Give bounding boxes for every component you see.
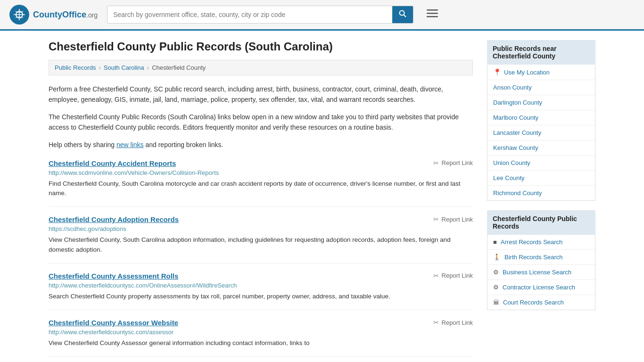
arrest-records-link[interactable]: Arrest Records Search xyxy=(501,239,563,246)
main-container: Chesterfield County Public Records (Sout… xyxy=(39,31,605,362)
record-url-adoption[interactable]: https://scdhec.gov/adoptions xyxy=(49,225,473,232)
breadcrumb-public-records[interactable]: Public Records xyxy=(55,64,96,71)
record-title-adoption[interactable]: Chesterfield County Adoption Records xyxy=(49,215,179,223)
record-url-accident[interactable]: http://www.scdmvonline.com/Vehicle-Owner… xyxy=(49,169,473,176)
darlington-county-link[interactable]: Darlington County xyxy=(493,99,542,106)
svg-line-5 xyxy=(404,15,406,17)
record-title-assessment[interactable]: Chesterfield County Assessment Rolls xyxy=(49,272,178,280)
breadcrumb: Public Records › South Carolina › Cheste… xyxy=(49,60,473,75)
union-county-link[interactable]: Union County xyxy=(493,159,530,166)
site-header: CountyOffice.org xyxy=(0,0,644,31)
svg-rect-7 xyxy=(427,13,438,14)
contractor-icon: ⚙ xyxy=(493,284,499,291)
report-link-adoption[interactable]: ✂ Report Link xyxy=(433,215,473,223)
list-item: Darlington County xyxy=(487,95,595,110)
public-records-list: ■ Arrest Records Search 🚶 Birth Records … xyxy=(487,235,595,310)
search-bar xyxy=(107,6,413,24)
public-records-header: Chesterfield County Public Records xyxy=(487,210,595,235)
logo-name: CountyOffice xyxy=(33,10,86,19)
logo-org: .org xyxy=(86,11,98,19)
record-header: Chesterfield County Accident Reports ✂ R… xyxy=(49,159,473,167)
anson-county-link[interactable]: Anson County xyxy=(493,84,532,91)
list-item: ⚙ Contractor License Search xyxy=(487,280,595,295)
list-item: Marlboro County xyxy=(487,110,595,125)
business-icon: ⚙ xyxy=(493,269,499,276)
list-item: Lee County xyxy=(487,171,595,186)
court-records-link[interactable]: Court Records Search xyxy=(503,299,564,306)
report-icon-assessor: ✂ xyxy=(433,319,439,326)
page-title: Chesterfield County Public Records (Sout… xyxy=(49,40,473,53)
nearby-list: 📍 Use My Location Anson County Darlingto… xyxy=(487,65,595,201)
record-header-assessor: Chesterfield County Assessor Website ✂ R… xyxy=(49,319,473,327)
list-item: Kershaw County xyxy=(487,140,595,156)
report-link-assessor[interactable]: ✂ Report Link xyxy=(433,319,473,326)
record-url-assessor[interactable]: http://www.chesterfieldcountysc.com/asse… xyxy=(49,329,473,336)
intro-paragraph-2: The Chesterfield County Public Records (… xyxy=(49,112,473,133)
record-title-accident[interactable]: Chesterfield County Accident Reports xyxy=(49,159,176,167)
logo-icon xyxy=(9,5,29,25)
record-entry-accident: Chesterfield County Accident Reports ✂ R… xyxy=(49,159,473,207)
business-license-link[interactable]: Business License Search xyxy=(503,269,571,276)
record-desc-accident: Find Chesterfield County, South Carolina… xyxy=(49,179,473,198)
lee-county-link[interactable]: Lee County xyxy=(493,174,525,181)
breadcrumb-current: Chesterfield County xyxy=(152,64,206,71)
logo-text: CountyOffice.org xyxy=(33,10,98,20)
list-item: Lancaster County xyxy=(487,125,595,140)
sidebar: Public Records near Chesterfield County … xyxy=(487,40,595,362)
record-title-assessor[interactable]: Chesterfield County Assessor Website xyxy=(49,319,178,327)
report-link-accident[interactable]: ✂ Report Link xyxy=(433,159,473,167)
marlboro-county-link[interactable]: Marlboro County xyxy=(493,114,538,121)
list-item: ⚙ Business License Search xyxy=(487,265,595,280)
use-location-link[interactable]: Use My Location xyxy=(504,69,550,76)
use-location-item[interactable]: 📍 Use My Location xyxy=(487,65,595,80)
record-desc-assessor: View Chesterfield County Assessor genera… xyxy=(49,338,473,348)
list-item: 🚶 Birth Records Search xyxy=(487,250,595,265)
richmond-county-link[interactable]: Richmond County xyxy=(493,189,542,197)
search-input[interactable] xyxy=(107,6,392,23)
arrest-icon: ■ xyxy=(493,239,497,246)
report-icon-assessment: ✂ xyxy=(433,272,439,280)
intro-paragraph-1: Perform a free Chesterfield County, SC p… xyxy=(49,84,473,105)
record-url-assessment[interactable]: http://www.chesterfieldcountysc.com/Onli… xyxy=(49,282,473,289)
pin-icon: 📍 xyxy=(493,68,501,76)
record-header-assessment: Chesterfield County Assessment Rolls ✂ R… xyxy=(49,272,473,280)
court-icon: 🏛 xyxy=(493,299,499,306)
list-item: Union County xyxy=(487,156,595,171)
record-entry-assessment: Chesterfield County Assessment Rolls ✂ R… xyxy=(49,272,473,310)
new-links-link[interactable]: new links xyxy=(116,141,144,148)
list-item: ■ Arrest Records Search xyxy=(487,235,595,250)
svg-rect-8 xyxy=(427,16,438,17)
logo[interactable]: CountyOffice.org xyxy=(9,5,98,25)
report-icon: ✂ xyxy=(433,159,439,167)
nearby-header: Public Records near Chesterfield County xyxy=(487,40,595,65)
svg-rect-6 xyxy=(427,9,438,11)
hamburger-menu-button[interactable] xyxy=(427,8,438,22)
nearby-section: Public Records near Chesterfield County … xyxy=(487,40,595,201)
report-link-assessment[interactable]: ✂ Report Link xyxy=(433,272,473,280)
content-area: Chesterfield County Public Records (Sout… xyxy=(49,40,473,362)
record-header-adoption: Chesterfield County Adoption Records ✂ R… xyxy=(49,215,473,223)
svg-point-4 xyxy=(400,11,405,16)
lancaster-county-link[interactable]: Lancaster County xyxy=(493,129,541,136)
report-icon-adoption: ✂ xyxy=(433,215,439,223)
birth-records-link[interactable]: Birth Records Search xyxy=(504,254,563,261)
record-entry-assessor: Chesterfield County Assessor Website ✂ R… xyxy=(49,319,473,357)
breadcrumb-south-carolina[interactable]: South Carolina xyxy=(104,64,144,71)
record-desc-assessment: Search Chesterfield County property asse… xyxy=(49,292,473,301)
public-records-section: Chesterfield County Public Records ■ Arr… xyxy=(487,210,595,310)
record-desc-adoption: View Chesterfield County, South Carolina… xyxy=(49,235,473,255)
list-item: 🏛 Court Records Search xyxy=(487,295,595,310)
birth-icon: 🚶 xyxy=(493,254,501,261)
list-item: Richmond County xyxy=(487,186,595,200)
list-item: Anson County xyxy=(487,80,595,95)
contractor-license-link[interactable]: Contractor License Search xyxy=(503,284,575,291)
kershaw-county-link[interactable]: Kershaw County xyxy=(493,144,538,151)
help-text: Help others by sharing new links and rep… xyxy=(49,140,473,150)
search-button[interactable] xyxy=(392,6,413,23)
record-entry-adoption: Chesterfield County Adoption Records ✂ R… xyxy=(49,215,473,263)
